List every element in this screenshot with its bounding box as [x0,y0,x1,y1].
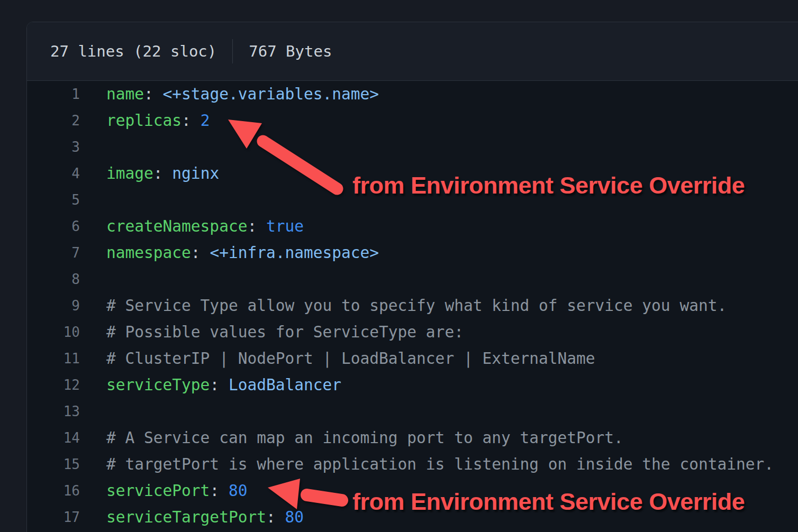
code-token-num: 80 [285,508,304,526]
line-number[interactable]: 13 [27,403,80,419]
code-token-punc: : [210,376,229,394]
code-token-str: nginx [172,164,219,182]
line-number[interactable]: 7 [27,245,80,261]
line-number[interactable]: 5 [27,192,80,208]
code-token-punc: : [182,112,201,130]
line-number[interactable]: 4 [27,166,80,181]
code-token-key: serviceTargetPort [106,508,266,526]
file-lines-info: 27 lines (22 sloc) [50,42,216,60]
code-token-num: 80 [229,482,248,500]
code-line: 14# A Service can map an incoming port t… [27,425,798,451]
code-line: 17serviceTargetPort: 80 [27,504,798,530]
line-number[interactable]: 3 [27,139,80,155]
line-number[interactable]: 10 [27,324,80,340]
line-number[interactable]: 11 [27,351,80,366]
code-token-punc: : [247,217,266,235]
code-line-text: # ClusterIP | NodePort | LoadBalancer | … [106,350,595,368]
code-line-text: serviceTargetPort: 80 [106,508,304,526]
line-number[interactable]: 12 [27,377,80,393]
code-line: 7namespace: <+infra.namespace> [27,240,798,266]
code-line: 13 [27,398,798,425]
code-token-punc: : [191,244,210,262]
code-line-text: # Service Type allow you to specify what… [106,297,727,315]
code-line: 2replicas: 2 [27,107,798,134]
code-line: 11# ClusterIP | NodePort | LoadBalancer … [27,345,798,372]
code-token-punc: : [144,85,163,103]
code-token-comment: # A Service can map an incoming port to … [106,429,623,447]
code-line-text: createNamespace: true [106,217,304,235]
code-line: 4image: nginx [27,160,798,187]
line-number[interactable]: 1 [27,86,80,102]
code-token-str: LoadBalancer [229,376,341,394]
code-line-text: # targetPort is where application is lis… [106,455,774,473]
code-line-text: servicePort: 80 [106,482,247,500]
line-number[interactable]: 16 [27,483,80,499]
code-token-comment: # Service Type allow you to specify what… [106,297,727,315]
code-line: 3 [27,134,798,160]
code-line: 10# Possible values for ServiceType are: [27,319,798,345]
code-line-text: replicas: 2 [106,112,210,130]
code-token-comment: # ClusterIP | NodePort | LoadBalancer | … [106,350,595,368]
code-line-text: namespace: <+infra.namespace> [106,244,379,262]
code-line: 5 [27,187,798,213]
code-token-punc: : [266,508,285,526]
line-number[interactable]: 17 [27,509,80,525]
code-token-key: namespace [106,244,191,262]
code-token-num: true [266,217,304,235]
line-number[interactable]: 8 [27,271,80,287]
code-token-num: 2 [201,112,210,130]
line-number[interactable]: 6 [27,218,80,234]
code-line: 9# Service Type allow you to specify wha… [27,292,798,319]
file-viewer-panel: 27 lines (22 sloc) 767 Bytes 1name: <+st… [26,22,798,532]
line-number[interactable]: 14 [27,430,80,446]
header-divider [232,39,233,63]
code-token-punc: : [153,164,173,182]
code-line-text: image: nginx [106,164,219,182]
code-line: 15# targetPort is where application is l… [27,451,798,478]
code-line-text: serviceType: LoadBalancer [106,376,341,394]
line-number[interactable]: 2 [27,113,80,129]
code-token-punc: : [210,482,229,500]
line-number[interactable]: 15 [27,456,80,472]
code-line: 1name: <+stage.variables.name> [27,81,798,107]
code-token-key: image [106,164,153,182]
code-token-key: createNamespace [106,217,247,235]
code-line: 16servicePort: 80 [27,478,798,504]
file-header-bar: 27 lines (22 sloc) 767 Bytes [27,22,798,81]
line-number[interactable]: 9 [27,298,80,314]
code-token-str: <+infra.namespace> [210,244,379,262]
code-line: 6createNamespace: true [27,213,798,240]
code-line-text: # A Service can map an incoming port to … [106,429,623,447]
code-area: 1name: <+stage.variables.name>2replicas:… [27,81,798,530]
code-token-key: replicas [106,112,182,130]
code-line-text: name: <+stage.variables.name> [106,85,379,103]
code-token-key: servicePort [106,482,210,500]
code-line: 8 [27,266,798,292]
code-line: 12serviceType: LoadBalancer [27,372,798,398]
code-token-comment: # Possible values for ServiceType are: [106,323,464,341]
code-token-str: <+stage.variables.name> [163,85,379,103]
code-token-comment: # targetPort is where application is lis… [106,455,774,473]
code-token-key: name [106,85,144,103]
file-size: 767 Bytes [249,42,332,60]
code-line-text: # Possible values for ServiceType are: [106,323,464,341]
code-token-key: serviceType [106,376,210,394]
